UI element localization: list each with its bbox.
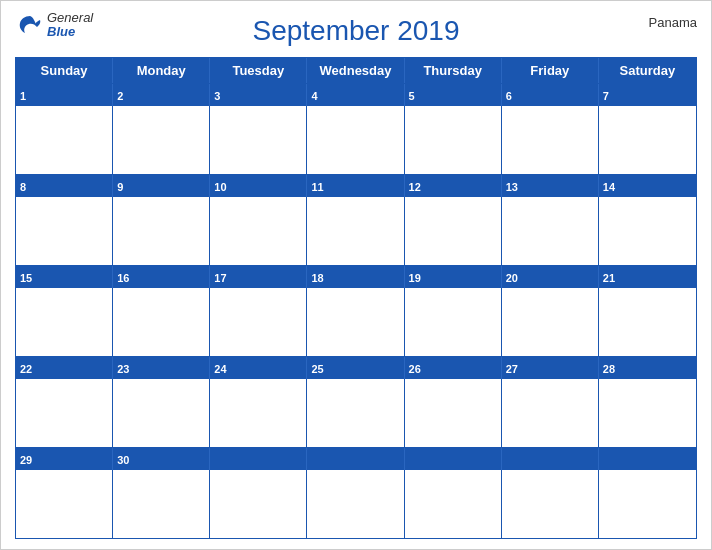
week3-day3-content-cell <box>210 288 307 356</box>
logo-container: General Blue <box>15 11 93 41</box>
week2-day3-content-cell <box>210 197 307 265</box>
week1-day2-content-cell <box>113 106 210 174</box>
week1-day4-num-cell: 4 <box>307 84 404 106</box>
week1-day7-content-cell <box>599 106 696 174</box>
week5-day4-num-cell <box>307 448 404 470</box>
week2-day5-content-cell <box>405 197 502 265</box>
week-number-row-4: 22232425262728 <box>16 357 696 379</box>
week3-day2-num-cell: 16 <box>113 266 210 288</box>
week2-day7-num-cell: 14 <box>599 175 696 197</box>
week3-day7-number: 21 <box>603 272 615 284</box>
week2-day4-num-cell: 11 <box>307 175 404 197</box>
week1-day2-num-cell: 2 <box>113 84 210 106</box>
week3-day1-content-cell <box>16 288 113 356</box>
week3-day4-number: 18 <box>311 272 323 284</box>
week4-day3-number: 24 <box>214 363 226 375</box>
week2-day1-content-cell <box>16 197 113 265</box>
week1-day1-num-cell: 1 <box>16 84 113 106</box>
week3-day3-number: 17 <box>214 272 226 284</box>
week2-day5-num-cell: 12 <box>405 175 502 197</box>
week-group-3: 15161718192021 <box>16 265 696 356</box>
week3-day2-content-cell <box>113 288 210 356</box>
week2-day7-content-cell <box>599 197 696 265</box>
week1-day5-number: 5 <box>409 90 415 102</box>
weeks-container: 1234567891011121314151617181920212223242… <box>16 83 696 538</box>
week2-day1-num-cell: 8 <box>16 175 113 197</box>
week4-day4-num-cell: 25 <box>307 357 404 379</box>
week2-day1-number: 8 <box>20 181 26 193</box>
day-headers-row: Sunday Monday Tuesday Wednesday Thursday… <box>16 58 696 83</box>
week3-day3-num-cell: 17 <box>210 266 307 288</box>
week2-day6-content-cell <box>502 197 599 265</box>
week5-day5-content-cell <box>405 470 502 538</box>
week2-day4-number: 11 <box>311 181 323 193</box>
calendar-container: General Blue September 2019 Panama Sunda… <box>0 0 712 550</box>
week4-day7-number: 28 <box>603 363 615 375</box>
week3-day6-num-cell: 20 <box>502 266 599 288</box>
week4-day4-content-cell <box>307 379 404 447</box>
week3-day1-num-cell: 15 <box>16 266 113 288</box>
header-saturday: Saturday <box>599 58 696 83</box>
header-friday: Friday <box>502 58 599 83</box>
week4-day6-number: 27 <box>506 363 518 375</box>
week4-day6-num-cell: 27 <box>502 357 599 379</box>
week5-day3-content-cell <box>210 470 307 538</box>
week1-day2-number: 2 <box>117 90 123 102</box>
logo-general-text: General <box>47 11 93 25</box>
logo-blue-text: Blue <box>47 25 93 39</box>
week2-day2-number: 9 <box>117 181 123 193</box>
week3-day6-number: 20 <box>506 272 518 284</box>
week1-day6-number: 6 <box>506 90 512 102</box>
week4-day6-content-cell <box>502 379 599 447</box>
week2-day6-num-cell: 13 <box>502 175 599 197</box>
week4-day5-content-cell <box>405 379 502 447</box>
week1-day3-number: 3 <box>214 90 220 102</box>
week-content-row-2 <box>16 197 696 265</box>
week1-day5-content-cell <box>405 106 502 174</box>
week5-day1-content-cell <box>16 470 113 538</box>
week5-day4-content-cell <box>307 470 404 538</box>
header-sunday: Sunday <box>16 58 113 83</box>
week3-day5-num-cell: 19 <box>405 266 502 288</box>
week5-day2-num-cell: 30 <box>113 448 210 470</box>
week1-day3-num-cell: 3 <box>210 84 307 106</box>
week3-day1-number: 15 <box>20 272 32 284</box>
calendar-title: September 2019 <box>252 15 459 47</box>
week1-day1-number: 1 <box>20 90 26 102</box>
week4-day2-number: 23 <box>117 363 129 375</box>
week-number-row-2: 891011121314 <box>16 175 696 197</box>
week3-day5-number: 19 <box>409 272 421 284</box>
week2-day3-number: 10 <box>214 181 226 193</box>
week5-day2-number: 30 <box>117 454 129 466</box>
week3-day4-num-cell: 18 <box>307 266 404 288</box>
header-wednesday: Wednesday <box>307 58 404 83</box>
week1-day5-num-cell: 5 <box>405 84 502 106</box>
week1-day4-content-cell <box>307 106 404 174</box>
week2-day4-content-cell <box>307 197 404 265</box>
week4-day7-content-cell <box>599 379 696 447</box>
week4-day1-content-cell <box>16 379 113 447</box>
week5-day5-num-cell <box>405 448 502 470</box>
week1-day4-number: 4 <box>311 90 317 102</box>
week4-day4-number: 25 <box>311 363 323 375</box>
calendar-grid: Sunday Monday Tuesday Wednesday Thursday… <box>15 57 697 539</box>
logo-text-area: General Blue <box>47 11 93 40</box>
logo-bird-icon <box>15 11 45 41</box>
week2-day6-number: 13 <box>506 181 518 193</box>
week3-day2-number: 16 <box>117 272 129 284</box>
week1-day1-content-cell <box>16 106 113 174</box>
week2-day2-content-cell <box>113 197 210 265</box>
week3-day4-content-cell <box>307 288 404 356</box>
week2-day2-num-cell: 9 <box>113 175 210 197</box>
week-content-row-4 <box>16 379 696 447</box>
week5-day2-content-cell <box>113 470 210 538</box>
header-monday: Monday <box>113 58 210 83</box>
week4-day2-num-cell: 23 <box>113 357 210 379</box>
header-thursday: Thursday <box>405 58 502 83</box>
logo-area: General Blue <box>15 11 93 41</box>
week5-day1-num-cell: 29 <box>16 448 113 470</box>
week3-day7-num-cell: 21 <box>599 266 696 288</box>
calendar-header: General Blue September 2019 Panama <box>15 11 697 51</box>
week1-day3-content-cell <box>210 106 307 174</box>
week-group-5: 2930 <box>16 447 696 538</box>
